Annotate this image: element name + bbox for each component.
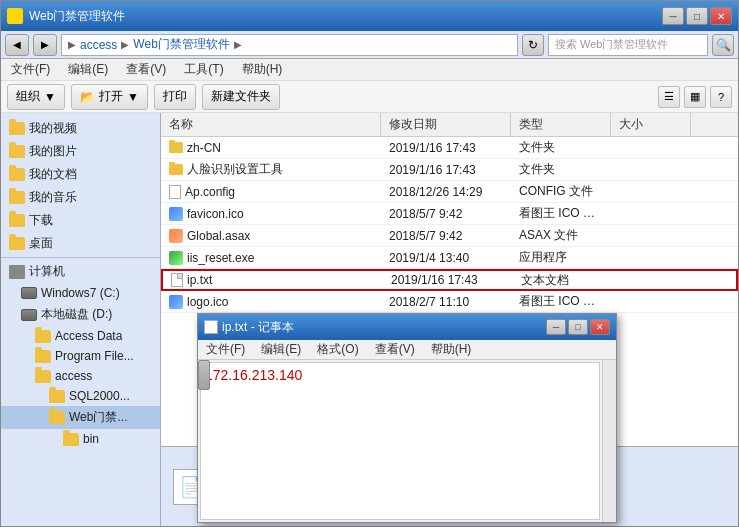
search-placeholder: 搜索 Web门禁管理软件 [555,37,668,52]
sidebar-item-music[interactable]: 我的音乐 [1,186,160,209]
search-button[interactable]: 🔍 [712,34,734,56]
view-list-button[interactable]: ☰ [658,86,680,108]
file-row[interactable]: favicon.ico 2018/5/7 9:42 看图王 ICO 图片... [161,203,738,225]
sidebar-item-access-data[interactable]: Access Data [1,326,160,346]
folder-icon [49,411,65,424]
address-bar: ◀ ▶ ▶ access ▶ Web门禁管理软件 ▶ ↻ 搜索 Web门禁管理软… [1,31,738,59]
file-row[interactable]: Global.asax 2018/5/7 9:42 ASAX 文件 [161,225,738,247]
file-type: 文件夹 [511,159,611,180]
file-row[interactable]: logo.ico 2018/2/7 11:10 看图王 ICO 图片... [161,291,738,313]
file-date: 2018/12/26 14:29 [381,183,511,201]
sidebar-item-videos[interactable]: 我的视频 [1,117,160,140]
open-arrow-icon: ▼ [127,90,139,104]
notepad-menu-view[interactable]: 查看(V) [371,340,419,359]
sidebar-label-documents: 我的文档 [29,166,77,183]
sidebar-item-program-files[interactable]: Program File... [1,346,160,366]
sidebar-label-program-files: Program File... [55,349,134,363]
close-button[interactable]: ✕ [710,7,732,25]
notepad-window: ip.txt - 记事本 ─ □ ✕ 文件(F) 编辑(E) 格式(O) 查看(… [197,313,617,523]
notepad-minimize-button[interactable]: ─ [546,319,566,335]
forward-button[interactable]: ▶ [33,34,57,56]
folder-icon [35,330,51,343]
maximize-button[interactable]: □ [686,7,708,25]
open-button[interactable]: 📂 打开 ▼ [71,84,148,110]
sidebar-item-bin[interactable]: bin [1,429,160,449]
organize-arrow-icon: ▼ [44,90,56,104]
minimize-button[interactable]: ─ [662,7,684,25]
col-header-name[interactable]: 名称 [161,113,381,136]
menu-bar: 文件(F) 编辑(E) 查看(V) 工具(T) 帮助(H) [1,59,738,81]
sidebar-item-desktop[interactable]: 桌面 [1,232,160,255]
menu-tools[interactable]: 工具(T) [180,59,227,80]
sidebar-item-web[interactable]: Web门禁... [1,406,160,429]
sidebar-item-computer[interactable]: 计算机 [1,260,160,283]
organize-button[interactable]: 组织 ▼ [7,84,65,110]
config-file-icon [169,185,181,199]
menu-file[interactable]: 文件(F) [7,59,54,80]
file-type: 文件夹 [511,137,611,158]
window-icon [7,8,23,24]
menu-view[interactable]: 查看(V) [122,59,170,80]
file-date: 2018/5/7 9:42 [381,227,511,245]
back-button[interactable]: ◀ [5,34,29,56]
notepad-content-area[interactable]: 172.16.213.140 [200,362,600,520]
file-name: zh-CN [187,141,221,155]
notepad-menu-edit[interactable]: 编辑(E) [257,340,305,359]
menu-edit[interactable]: 编辑(E) [64,59,112,80]
file-row[interactable]: zh-CN 2019/1/16 17:43 文件夹 [161,137,738,159]
path-current[interactable]: Web门禁管理软件 [133,36,229,53]
refresh-button[interactable]: ↻ [522,34,544,56]
col-header-size[interactable]: 大小 [611,113,691,136]
file-type: ASAX 文件 [511,225,611,246]
file-date: 2019/1/16 17:43 [381,161,511,179]
sidebar-label-access-data: Access Data [55,329,122,343]
notepad-menu-help[interactable]: 帮助(H) [427,340,476,359]
address-path[interactable]: ▶ access ▶ Web门禁管理软件 ▶ [61,34,518,56]
folder-icon [9,191,25,204]
folder-icon [35,370,51,383]
file-date: 2019/1/16 17:43 [383,271,513,289]
notepad-scrollbar[interactable] [602,360,616,522]
notepad-close-button[interactable]: ✕ [590,319,610,335]
file-name: Ap.config [185,185,235,199]
notepad-menu-format[interactable]: 格式(O) [313,340,362,359]
notepad-maximize-button[interactable]: □ [568,319,588,335]
file-row-iptxt[interactable]: ip.txt 2019/1/16 17:43 文本文档 [161,269,738,291]
sidebar-item-pictures[interactable]: 我的图片 [1,140,160,163]
folder-icon [9,214,25,227]
folder-icon [9,145,25,158]
sidebar-item-d-drive[interactable]: 本地磁盘 (D:) [1,303,160,326]
col-header-type[interactable]: 类型 [511,113,611,136]
menu-help[interactable]: 帮助(H) [238,59,287,80]
view-details-button[interactable]: ▦ [684,86,706,108]
view-help-button[interactable]: ? [710,86,732,108]
sidebar-item-access[interactable]: access [1,366,160,386]
search-box[interactable]: 搜索 Web门禁管理软件 [548,34,708,56]
file-name: 人脸识别设置工具 [187,161,283,178]
file-row[interactable]: 人脸识别设置工具 2019/1/16 17:43 文件夹 [161,159,738,181]
sidebar-label-videos: 我的视频 [29,120,77,137]
txt-file-icon [171,273,183,287]
sidebar-item-downloads[interactable]: 下载 [1,209,160,232]
path-separator-icon: ▶ [68,39,76,50]
file-size [611,234,691,238]
sidebar-label-access: access [55,369,92,383]
folder-icon [9,168,25,181]
exe-file-icon [169,251,183,265]
print-label: 打印 [163,88,187,105]
file-row[interactable]: iis_reset.exe 2019/1/4 13:40 应用程序 [161,247,738,269]
scrollbar-thumb[interactable] [198,360,210,390]
sidebar-label-downloads: 下载 [29,212,53,229]
file-size [611,212,691,216]
sidebar-item-documents[interactable]: 我的文档 [1,163,160,186]
sidebar-item-sql[interactable]: SQL2000... [1,386,160,406]
path-access[interactable]: access [80,38,117,52]
sidebar-item-c-drive[interactable]: Windows7 (C:) [1,283,160,303]
print-button[interactable]: 打印 [154,84,196,110]
file-size [611,190,691,194]
file-row[interactable]: Ap.config 2018/12/26 14:29 CONFIG 文件 [161,181,738,203]
new-folder-button[interactable]: 新建文件夹 [202,84,280,110]
notepad-menu-file[interactable]: 文件(F) [202,340,249,359]
window-title: Web门禁管理软件 [29,8,662,25]
col-header-date[interactable]: 修改日期 [381,113,511,136]
